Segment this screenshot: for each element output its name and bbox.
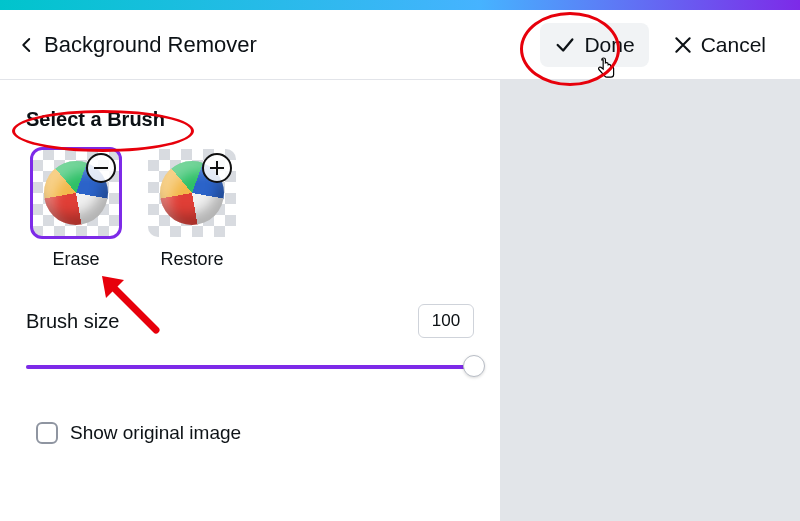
header-bar: Background Remover Done Cancel	[0, 10, 800, 80]
page-title: Background Remover	[44, 32, 257, 58]
check-icon	[554, 34, 576, 56]
show-original-toggle[interactable]: Show original image	[26, 422, 474, 444]
brush-size-input[interactable]: 100	[418, 304, 474, 338]
show-original-label: Show original image	[70, 422, 241, 444]
brush-panel: Select a Brush Erase Restore Brush size …	[0, 80, 500, 521]
erase-brush-label: Erase	[52, 249, 99, 270]
restore-brush-label: Restore	[160, 249, 223, 270]
brush-size-slider[interactable]	[26, 350, 474, 390]
done-button-label: Done	[584, 33, 634, 57]
section-title: Select a Brush	[26, 108, 474, 131]
header-actions: Done Cancel	[540, 10, 780, 79]
brush-options: Erase Restore	[32, 149, 474, 270]
slider-fill	[26, 365, 474, 369]
back-button[interactable]: Background Remover	[18, 32, 257, 58]
brush-size-label: Brush size	[26, 310, 119, 333]
cursor-pointer-icon	[594, 57, 616, 81]
restore-brush-option[interactable]: Restore	[148, 149, 236, 270]
cancel-button-label: Cancel	[701, 33, 766, 57]
brush-size-row: Brush size 100	[26, 304, 474, 338]
slider-handle[interactable]	[463, 355, 485, 377]
restore-brush-thumbnail	[148, 149, 236, 237]
close-icon	[673, 35, 693, 55]
erase-brush-option[interactable]: Erase	[32, 149, 120, 270]
cancel-button[interactable]: Cancel	[659, 23, 780, 67]
canvas-area	[500, 80, 800, 521]
done-button[interactable]: Done	[540, 23, 648, 67]
app-accent-bar	[0, 0, 800, 10]
erase-brush-thumbnail	[32, 149, 120, 237]
minus-badge-icon	[86, 153, 116, 183]
chevron-left-icon	[18, 36, 36, 54]
checkbox-icon	[36, 422, 58, 444]
plus-badge-icon	[202, 153, 232, 183]
